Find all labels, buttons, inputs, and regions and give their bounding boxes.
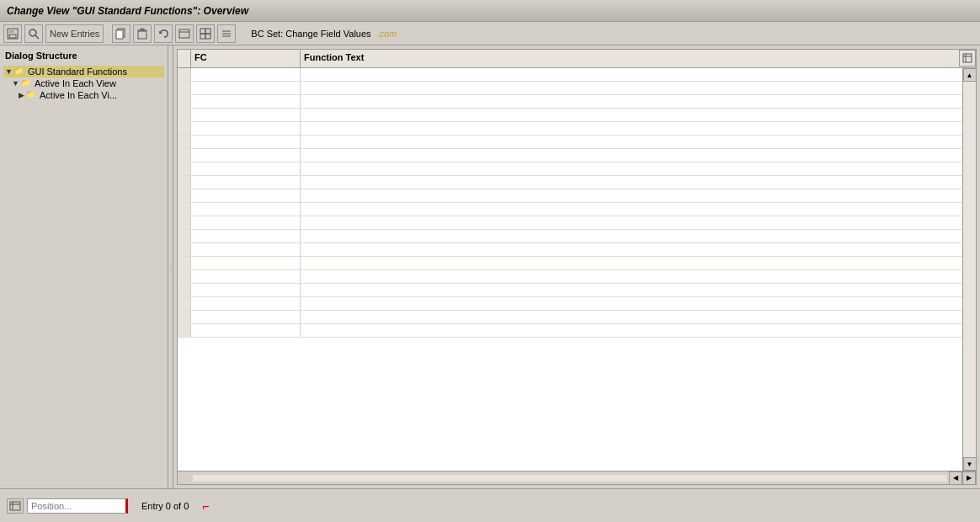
hscroll-track — [193, 475, 947, 482]
svg-rect-14 — [200, 34, 205, 39]
table-row[interactable] — [178, 284, 962, 297]
delete-button[interactable] — [133, 24, 152, 43]
cell-func-text[interactable] — [301, 176, 962, 189]
cell-func-text[interactable] — [301, 257, 962, 269]
cell-fc[interactable] — [191, 270, 301, 283]
cell-fc[interactable] — [191, 176, 301, 189]
icon5-button[interactable] — [175, 24, 194, 43]
position-input[interactable] — [27, 498, 128, 514]
cell-func-text[interactable] — [301, 149, 962, 162]
icon6-button[interactable] — [196, 24, 215, 43]
svg-rect-10 — [179, 29, 189, 38]
tree-arrow-2: ▼ — [12, 79, 19, 88]
table-row[interactable] — [178, 324, 962, 338]
cell-func-text[interactable] — [301, 68, 962, 81]
cell-fc[interactable] — [191, 122, 301, 135]
cell-func-text[interactable] — [301, 189, 962, 202]
cell-func-text[interactable] — [301, 216, 962, 229]
undo-button[interactable] — [154, 24, 173, 43]
tree-label-1: GUI Standard Functions — [28, 67, 127, 77]
table-row[interactable] — [178, 82, 962, 95]
cell-row-num — [178, 136, 191, 148]
table-row[interactable] — [178, 122, 962, 136]
cell-row-num — [178, 284, 191, 296]
cell-fc[interactable] — [191, 109, 301, 121]
cell-row-num — [178, 189, 191, 202]
cell-row-num — [178, 311, 191, 323]
icon7-button[interactable] — [217, 24, 236, 43]
table-row[interactable] — [178, 257, 962, 270]
column-settings-button[interactable] — [959, 50, 976, 67]
cell-func-text[interactable] — [301, 297, 962, 310]
copy-button[interactable] — [112, 24, 130, 43]
cell-fc[interactable] — [191, 216, 301, 229]
cell-func-text[interactable] — [301, 230, 962, 242]
cell-func-text[interactable] — [301, 270, 962, 283]
cell-row-num — [178, 243, 191, 256]
cell-fc[interactable] — [191, 136, 301, 148]
table-row[interactable] — [178, 243, 962, 257]
horizontal-scrollbar[interactable]: ◀ ▶ — [178, 471, 976, 484]
tree-item-active-each-view[interactable]: ▼ 📁 Active In Each View — [10, 77, 164, 89]
table-row[interactable] — [178, 230, 962, 243]
resize-handle[interactable]: ⋮ — [168, 45, 173, 488]
vertical-scrollbar[interactable]: ▲ ▼ — [962, 68, 976, 471]
cell-fc[interactable] — [191, 149, 301, 162]
cell-row-num — [178, 324, 191, 337]
cell-fc[interactable] — [191, 284, 301, 296]
cell-row-num — [178, 122, 191, 135]
folder-icon-1: 📁 — [14, 67, 26, 77]
cell-fc[interactable] — [191, 95, 301, 108]
bc-set-text: BC Set: Change Field Values — [251, 29, 370, 39]
cell-func-text[interactable] — [301, 136, 962, 148]
table-row[interactable] — [178, 189, 962, 203]
cell-func-text[interactable] — [301, 324, 962, 337]
scroll-down-button[interactable]: ▼ — [963, 457, 977, 471]
cell-func-text[interactable] — [301, 82, 962, 94]
find-button[interactable] — [24, 24, 43, 43]
cell-func-text[interactable] — [301, 243, 962, 256]
cell-fc[interactable] — [191, 324, 301, 337]
scroll-right-button[interactable]: ▶ — [962, 471, 976, 485]
cell-func-text[interactable] — [301, 122, 962, 135]
tree-item-active-each-vi[interactable]: ▶ 📁 Active In Each Vi... — [17, 89, 164, 101]
table-row[interactable] — [178, 203, 962, 216]
table-row[interactable] — [178, 162, 962, 176]
cell-fc[interactable] — [191, 82, 301, 94]
table-row[interactable] — [178, 136, 962, 149]
cell-fc[interactable] — [191, 243, 301, 256]
table-row[interactable] — [178, 68, 962, 82]
table-row[interactable] — [178, 297, 962, 311]
cell-fc[interactable] — [191, 297, 301, 310]
header-fc: FC — [191, 50, 301, 67]
folder-icon-2: 📁 — [21, 78, 33, 88]
svg-rect-9 — [141, 29, 144, 30]
table-row[interactable] — [178, 216, 962, 230]
cell-fc[interactable] — [191, 162, 301, 175]
cell-fc[interactable] — [191, 230, 301, 242]
save-button[interactable] — [3, 24, 22, 43]
scroll-up-button[interactable]: ▲ — [963, 68, 977, 82]
new-entries-button[interactable]: New Entries — [45, 24, 104, 43]
cell-func-text[interactable] — [301, 203, 962, 216]
table-row[interactable] — [178, 95, 962, 109]
cell-fc[interactable] — [191, 311, 301, 323]
status-bar: Entry 0 of 0 ⌐ — [0, 488, 980, 522]
cell-func-text[interactable] — [301, 284, 962, 296]
scroll-left-button[interactable]: ◀ — [949, 471, 962, 485]
cell-row-num — [178, 95, 191, 108]
cell-func-text[interactable] — [301, 311, 962, 323]
cell-fc[interactable] — [191, 189, 301, 202]
table-row[interactable] — [178, 109, 962, 122]
table-row[interactable] — [178, 270, 962, 284]
cell-func-text[interactable] — [301, 95, 962, 108]
cell-fc[interactable] — [191, 203, 301, 216]
cell-func-text[interactable] — [301, 109, 962, 121]
cell-func-text[interactable] — [301, 162, 962, 175]
cell-fc[interactable] — [191, 257, 301, 269]
cell-fc[interactable] — [191, 68, 301, 81]
tree-item-gui-standard[interactable]: ▼ 📁 GUI Standard Functions — [3, 66, 164, 77]
table-row[interactable] — [178, 149, 962, 162]
table-row[interactable] — [178, 176, 962, 189]
table-row[interactable] — [178, 311, 962, 324]
